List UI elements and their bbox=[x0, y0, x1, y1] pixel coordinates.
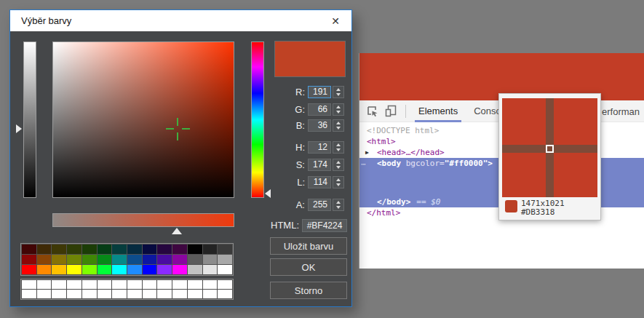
custom-swatch[interactable] bbox=[157, 280, 172, 289]
custom-swatch[interactable] bbox=[143, 290, 157, 298]
channel-stepper-G[interactable] bbox=[333, 103, 344, 116]
palette-swatch[interactable] bbox=[218, 255, 232, 264]
saturation-pointer[interactable] bbox=[172, 228, 182, 234]
custom-swatch[interactable] bbox=[22, 280, 36, 289]
custom-swatch[interactable] bbox=[172, 280, 187, 289]
channel-input-H[interactable]: 12 bbox=[308, 141, 331, 154]
custom-swatch[interactable] bbox=[172, 290, 187, 298]
palette-swatch[interactable] bbox=[203, 265, 218, 274]
custom-swatch[interactable] bbox=[98, 290, 112, 298]
palette-swatch[interactable] bbox=[67, 265, 82, 274]
custom-swatch[interactable] bbox=[127, 280, 142, 289]
custom-swatch[interactable] bbox=[203, 280, 218, 289]
save-color-button[interactable]: Uložit barvu bbox=[270, 237, 347, 255]
custom-swatch[interactable] bbox=[188, 280, 202, 289]
palette-swatch[interactable] bbox=[218, 265, 232, 274]
palette-swatch[interactable] bbox=[22, 265, 36, 274]
palette-swatch[interactable] bbox=[37, 245, 52, 254]
ok-button[interactable]: OK bbox=[270, 258, 347, 276]
channel-input-A[interactable]: 255 bbox=[308, 199, 331, 211]
custom-swatch[interactable] bbox=[52, 290, 66, 298]
palette-swatch[interactable] bbox=[143, 265, 157, 274]
custom-swatch[interactable] bbox=[37, 280, 52, 289]
custom-swatch[interactable] bbox=[98, 280, 112, 289]
doctype-line[interactable]: <!DOCTYPE html> bbox=[367, 125, 439, 136]
palette-swatch[interactable] bbox=[157, 245, 172, 254]
palette-swatch[interactable] bbox=[82, 255, 97, 264]
custom-swatch[interactable] bbox=[67, 290, 82, 298]
palette-swatch[interactable] bbox=[82, 245, 97, 254]
custom-swatch[interactable] bbox=[82, 290, 97, 298]
channel-stepper-B[interactable] bbox=[333, 119, 344, 132]
custom-swatch[interactable] bbox=[22, 290, 36, 298]
palette-swatch[interactable] bbox=[98, 255, 112, 264]
channel-stepper-A[interactable] bbox=[333, 199, 344, 211]
channel-input-L[interactable]: 114 bbox=[308, 176, 331, 188]
palette-swatch[interactable] bbox=[188, 265, 202, 274]
palette-swatch[interactable] bbox=[157, 255, 172, 264]
channel-stepper-H[interactable] bbox=[333, 141, 344, 154]
inspect-element-icon[interactable] bbox=[366, 105, 378, 117]
hue-pointer[interactable] bbox=[265, 189, 271, 198]
palette-swatch[interactable] bbox=[22, 255, 36, 264]
channel-stepper-L[interactable] bbox=[333, 176, 344, 188]
palette-swatch[interactable] bbox=[98, 265, 112, 274]
tab-performance-partial[interactable]: erforman bbox=[602, 106, 640, 117]
palette-swatch[interactable] bbox=[143, 245, 157, 254]
html-open-line[interactable]: <html> bbox=[367, 136, 396, 147]
palette-swatch[interactable] bbox=[82, 265, 97, 274]
channel-stepper-S[interactable] bbox=[333, 159, 344, 171]
palette-swatch[interactable] bbox=[52, 245, 66, 254]
palette-swatch[interactable] bbox=[127, 255, 142, 264]
palette-swatch[interactable] bbox=[157, 265, 172, 274]
custom-swatch[interactable] bbox=[157, 290, 172, 298]
body-open-line[interactable]: <body bgcolor="#ff0000"> bbox=[377, 158, 493, 169]
palette-swatch[interactable] bbox=[203, 245, 218, 254]
palette-swatch[interactable] bbox=[203, 255, 218, 264]
head-line[interactable]: <head>…</head> bbox=[377, 147, 445, 158]
channel-input-G[interactable]: 66 bbox=[308, 103, 331, 116]
tab-elements[interactable]: Elements bbox=[415, 100, 461, 122]
html-close-line[interactable]: </html> bbox=[367, 207, 400, 218]
channel-stepper-R[interactable] bbox=[333, 86, 344, 98]
palette-swatch[interactable] bbox=[52, 265, 66, 274]
close-button[interactable]: ✕ bbox=[324, 10, 347, 31]
palette-swatch[interactable] bbox=[143, 255, 157, 264]
expand-arrow-icon[interactable]: ▶ bbox=[365, 147, 369, 158]
palette-swatch[interactable] bbox=[188, 255, 202, 264]
palette-swatch[interactable] bbox=[52, 255, 66, 264]
palette-swatch[interactable] bbox=[112, 265, 127, 274]
palette-swatch[interactable] bbox=[172, 255, 187, 264]
custom-swatch[interactable] bbox=[218, 280, 232, 289]
custom-swatch[interactable] bbox=[188, 290, 202, 298]
node-menu-dots-icon[interactable]: ⋯ bbox=[361, 159, 367, 170]
custom-swatch[interactable] bbox=[143, 280, 157, 289]
palette-swatch[interactable] bbox=[37, 255, 52, 264]
palette-swatch[interactable] bbox=[188, 245, 202, 254]
custom-swatch[interactable] bbox=[203, 290, 218, 298]
custom-swatch[interactable] bbox=[67, 280, 82, 289]
custom-swatch[interactable] bbox=[112, 290, 127, 298]
device-toolbar-icon[interactable] bbox=[385, 105, 397, 117]
html-input[interactable]: #BF4224 bbox=[302, 219, 347, 232]
palette-swatch[interactable] bbox=[37, 265, 52, 274]
palette-swatch[interactable] bbox=[67, 255, 82, 264]
palette-swatch[interactable] bbox=[127, 265, 142, 274]
palette-swatch[interactable] bbox=[127, 245, 142, 254]
saturation-slider[interactable] bbox=[52, 213, 234, 227]
palette-swatch[interactable] bbox=[112, 255, 127, 264]
palette-swatch[interactable] bbox=[67, 245, 82, 254]
custom-swatch[interactable] bbox=[218, 290, 232, 298]
palette-swatch[interactable] bbox=[112, 245, 127, 254]
palette-swatch[interactable] bbox=[218, 245, 232, 254]
channel-input-S[interactable]: 174 bbox=[308, 159, 331, 171]
custom-swatch[interactable] bbox=[127, 290, 142, 298]
custom-swatch[interactable] bbox=[52, 280, 66, 289]
channel-input-R[interactable]: 191 bbox=[308, 86, 331, 98]
custom-swatch[interactable] bbox=[112, 280, 127, 289]
palette-swatch[interactable] bbox=[98, 245, 112, 254]
body-close-line[interactable]: </body>== $0 bbox=[377, 196, 440, 207]
palette-swatch[interactable] bbox=[172, 265, 187, 274]
palette-swatch[interactable] bbox=[172, 245, 187, 254]
channel-input-B[interactable]: 36 bbox=[308, 119, 331, 132]
